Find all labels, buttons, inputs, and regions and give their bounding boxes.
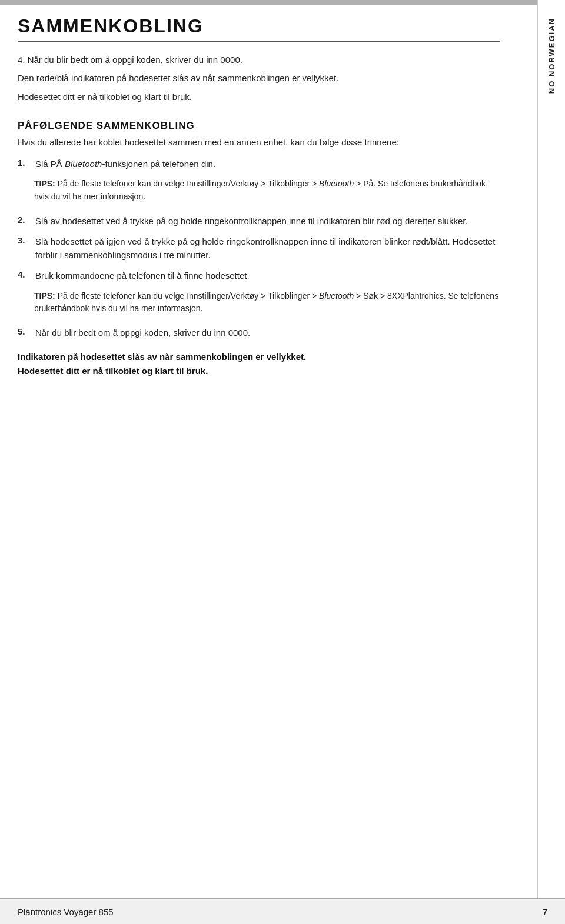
footer: Plantronics Voyager 855 7 — [0, 898, 565, 924]
intro-item4: 4. Når du blir bedt om å oppgi koden, sk… — [18, 53, 500, 66]
steps-list-3: 5. Når du blir bedt om å oppgi koden, sk… — [18, 326, 500, 339]
step-2-text: Slå av hodesettet ved å trykke på og hol… — [35, 214, 468, 228]
tips-1-content: TIPS: På de fleste telefoner kan du velg… — [34, 179, 486, 201]
section-divider — [18, 41, 500, 42]
step-4-number: 4. — [18, 269, 34, 279]
sidebar: NO NORWEGIAN — [537, 0, 565, 924]
step-5-number: 5. — [18, 326, 34, 336]
tips-2-content: TIPS: På de fleste telefoner kan du velg… — [34, 291, 498, 313]
tips-2-label: TIPS: — [34, 291, 55, 301]
step-3: 3. Slå hodesettet på igjen ved å trykke … — [18, 235, 500, 262]
step-2-number: 2. — [18, 214, 34, 225]
step-4: 4. Bruk kommandoene på telefonen til å f… — [18, 269, 500, 282]
main-content: SAMMENKOBLING 4. Når du blir bedt om å o… — [0, 5, 536, 413]
steps-list: 1. Slå PÅ Bluetooth-funksjonen på telefo… — [18, 157, 500, 171]
intro-item4-text: Når du blir bedt om å oppgi koden, skriv… — [28, 55, 242, 65]
intro-item4-number: 4. — [18, 55, 25, 65]
bold-line2: Hodesettet ditt er nå tilkoblet og klart… — [18, 366, 208, 376]
step-1-bluetooth: Bluetooth — [65, 159, 102, 169]
step-1-number: 1. — [18, 157, 34, 168]
tips-block-1: TIPS: På de fleste telefoner kan du velg… — [18, 178, 500, 203]
tips-2-bluetooth: Bluetooth — [319, 291, 354, 301]
tips-block-2: TIPS: På de fleste telefoner kan du velg… — [18, 290, 500, 315]
subsequent-heading: PÅFØLGENDE SAMMENKOBLING — [18, 120, 500, 132]
bold-line1: Indikatoren på hodesettet slås av når sa… — [18, 352, 306, 362]
bold-summary: Indikatoren på hodesettet slås av når sa… — [18, 350, 500, 378]
top-bar — [0, 0, 565, 5]
footer-title: Plantronics Voyager 855 — [18, 907, 114, 917]
subsequent-subtext: Hvis du allerede har koblet hodesettet s… — [18, 135, 500, 149]
tips-2-text: På de fleste telefoner kan du velge Inns… — [58, 291, 319, 301]
step-5: 5. Når du blir bedt om å oppgi koden, sk… — [18, 326, 500, 339]
intro-section: 4. Når du blir bedt om å oppgi koden, sk… — [18, 53, 500, 104]
tips-1-text: På de fleste telefoner kan du velge Inns… — [58, 179, 319, 188]
tips-1-bluetooth: Bluetooth — [319, 179, 354, 188]
step-2: 2. Slå av hodesettet ved å trykke på og … — [18, 214, 500, 228]
steps-list-2: 2. Slå av hodesettet ved å trykke på og … — [18, 214, 500, 283]
page-title: SAMMENKOBLING — [18, 5, 500, 41]
step-1: 1. Slå PÅ Bluetooth-funksjonen på telefo… — [18, 157, 500, 171]
step-1-text: Slå PÅ Bluetooth-funksjonen på telefonen… — [35, 157, 215, 171]
step-5-text: Når du blir bedt om å oppgi koden, skriv… — [35, 326, 250, 339]
tips-1-label: TIPS: — [34, 179, 55, 188]
sidebar-label: NO NORWEGIAN — [547, 18, 556, 94]
step-3-number: 3. — [18, 235, 34, 245]
intro-para1: Den røde/blå indikatoren på hodesettet s… — [18, 71, 500, 85]
footer-page: 7 — [543, 907, 547, 917]
step-3-text: Slå hodesettet på igjen ved å trykke på … — [35, 235, 500, 262]
intro-para2: Hodesettet ditt er nå tilkoblet og klart… — [18, 90, 500, 104]
step-4-text: Bruk kommandoene på telefonen til å finn… — [35, 269, 250, 282]
